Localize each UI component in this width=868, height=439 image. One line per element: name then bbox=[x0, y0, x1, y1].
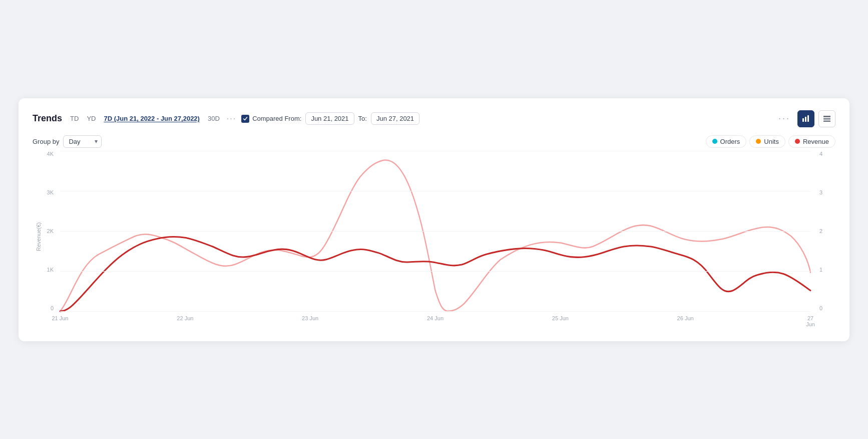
group-by-label: Group by bbox=[33, 138, 59, 145]
legend-orders-button[interactable]: Orders bbox=[706, 135, 747, 148]
header-row: Trends TD YD 7D (Jun 21, 2022 - Jun 27,2… bbox=[33, 110, 835, 127]
x-tick-22jun: 22 Jun bbox=[177, 315, 193, 321]
page-title: Trends bbox=[33, 113, 62, 124]
legend-revenue-button[interactable]: Revenue bbox=[788, 135, 835, 148]
compare-from-label: Compared From: bbox=[252, 115, 301, 122]
svg-rect-5 bbox=[823, 120, 830, 122]
units-dot bbox=[756, 139, 761, 144]
svg-rect-1 bbox=[805, 117, 806, 122]
trends-card: Trends TD YD 7D (Jun 21, 2022 - Jun 27,2… bbox=[19, 98, 849, 341]
grid-line-50 bbox=[60, 231, 810, 232]
compare-section: Compared From: Jun 21, 2021 To: Jun 27, … bbox=[241, 112, 419, 125]
y-tick-right-3: 3 bbox=[819, 189, 822, 195]
y-tick-0: 0 bbox=[51, 305, 54, 311]
compare-to-label: To: bbox=[358, 115, 367, 122]
grid-line-25 bbox=[60, 191, 810, 191]
y-tick-right-2: 2 bbox=[819, 228, 822, 234]
chart-inner bbox=[60, 151, 810, 311]
grid-line-top bbox=[60, 151, 810, 151]
action-more-button[interactable]: ··· bbox=[778, 113, 790, 124]
controls-row: Group by Day Week Month Orders Units Rev… bbox=[33, 135, 835, 148]
y-tick-right-1: 1 bbox=[819, 267, 822, 273]
y-axis-right: 4 3 2 1 0 bbox=[815, 151, 835, 311]
period-30d-button[interactable]: 30D bbox=[206, 114, 222, 123]
group-by-select[interactable]: Day Week Month bbox=[63, 135, 102, 148]
units-label: Units bbox=[764, 138, 779, 145]
orders-dot bbox=[712, 139, 717, 144]
revenue-label: Revenue bbox=[803, 138, 829, 145]
period-7d-button[interactable]: 7D (Jun 21, 2022 - Jun 27,2022) bbox=[102, 114, 201, 123]
grid-line-75 bbox=[60, 271, 810, 272]
compare-checkbox-wrap[interactable]: Compared From: bbox=[241, 115, 301, 123]
period-td-button[interactable]: TD bbox=[68, 114, 81, 123]
orders-label: Orders bbox=[720, 138, 740, 145]
period-more-dots-button[interactable]: ··· bbox=[226, 114, 237, 123]
svg-rect-4 bbox=[823, 118, 830, 120]
svg-rect-2 bbox=[807, 115, 809, 122]
x-tick-25jun: 25 Jun bbox=[552, 315, 569, 321]
table-view-button[interactable] bbox=[818, 110, 835, 127]
revenue-dot bbox=[795, 139, 800, 144]
x-tick-21jun: 21 Jun bbox=[52, 315, 68, 321]
x-tick-24jun: 24 Jun bbox=[427, 315, 444, 321]
legend-units-button[interactable]: Units bbox=[749, 135, 785, 148]
y-tick-1k: 1K bbox=[47, 267, 54, 273]
grid-lines bbox=[60, 151, 810, 311]
x-axis: 21 Jun 22 Jun 23 Jun 24 Jun 25 Jun 26 Ju… bbox=[60, 311, 810, 331]
bar-chart-icon bbox=[802, 115, 810, 123]
period-yd-button[interactable]: YD bbox=[85, 114, 98, 123]
chart-wrap: 4K 3K 2K 1K 0 Revenue(€) 4 3 2 1 0 bbox=[33, 151, 835, 331]
svg-rect-0 bbox=[802, 118, 804, 122]
y-tick-2k: 2K bbox=[47, 228, 54, 234]
chart-view-button[interactable] bbox=[797, 110, 814, 127]
compare-from-date[interactable]: Jun 21, 2021 bbox=[305, 112, 354, 125]
x-tick-23jun: 23 Jun bbox=[302, 315, 318, 321]
x-tick-27jun: 27 Jun bbox=[806, 315, 815, 327]
y-tick-right-0: 0 bbox=[819, 305, 822, 311]
svg-rect-3 bbox=[823, 116, 830, 117]
y-tick-3k: 3K bbox=[47, 189, 54, 195]
x-tick-26jun: 26 Jun bbox=[677, 315, 694, 321]
y-tick-right-4: 4 bbox=[819, 151, 822, 157]
y-tick-4k: 4K bbox=[47, 151, 54, 157]
y-axis-label: Revenue(€) bbox=[36, 231, 42, 251]
legend-area: Orders Units Revenue bbox=[706, 135, 835, 148]
group-by-select-wrap[interactable]: Day Week Month bbox=[63, 135, 102, 148]
compare-checkbox[interactable] bbox=[241, 115, 249, 123]
table-icon bbox=[823, 115, 831, 123]
compare-to-date[interactable]: Jun 27, 2021 bbox=[371, 112, 419, 125]
